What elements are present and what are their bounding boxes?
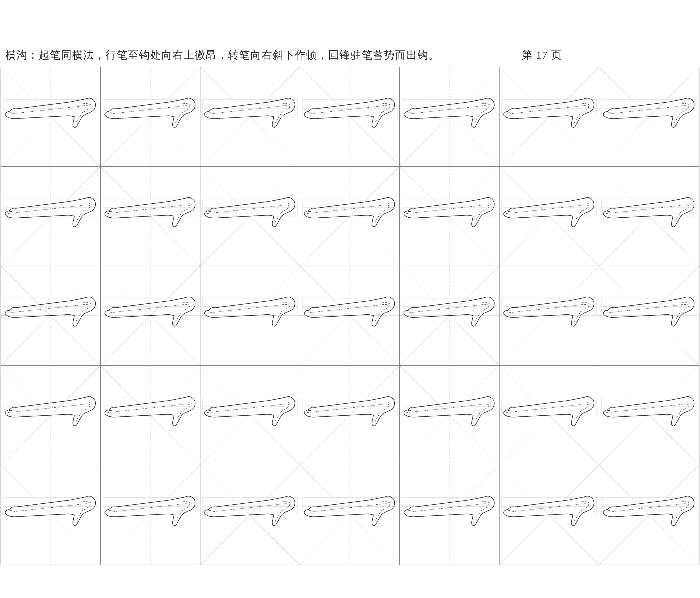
henggou-stroke-icon xyxy=(304,297,395,327)
practice-cell xyxy=(500,167,599,266)
practice-cell xyxy=(101,167,200,266)
henggou-stroke-icon xyxy=(105,396,195,426)
henggou-stroke-icon xyxy=(603,396,695,426)
cell-svg xyxy=(300,67,399,166)
practice-cell xyxy=(200,67,300,167)
practice-cell xyxy=(101,366,200,465)
henggou-stroke-icon xyxy=(503,496,594,526)
cell-svg xyxy=(599,366,699,465)
cell-svg xyxy=(1,67,100,166)
henggou-stroke-icon xyxy=(204,496,295,526)
henggou-stroke-icon xyxy=(603,297,695,327)
henggou-stroke-icon xyxy=(304,496,395,526)
practice-cell xyxy=(101,465,200,565)
henggou-stroke-icon xyxy=(404,496,494,526)
henggou-stroke-icon xyxy=(304,396,395,426)
practice-cell xyxy=(400,67,500,167)
cell-svg xyxy=(300,366,399,465)
practice-cell xyxy=(1,266,101,366)
cell-svg xyxy=(500,366,599,465)
cell-svg xyxy=(200,465,300,565)
practice-cell xyxy=(400,465,500,565)
henggou-stroke-icon xyxy=(503,297,594,327)
cell-svg xyxy=(1,465,100,565)
cell-svg xyxy=(101,67,200,166)
practice-cell xyxy=(101,67,200,167)
practice-cell xyxy=(300,167,400,266)
cell-svg xyxy=(500,167,599,266)
practice-cell xyxy=(1,465,101,565)
page-number: 第 17 页 xyxy=(522,48,562,62)
practice-cell xyxy=(1,366,101,465)
practice-cell xyxy=(599,465,699,565)
cell-svg xyxy=(599,167,699,266)
practice-page: 横沟：起笔同横法，行笔至钩处向右上微昂，转笔向右斜下作顿，回锋驻笔蓄势而出钩。 … xyxy=(0,0,700,598)
practice-cell xyxy=(400,266,500,366)
henggou-stroke-icon xyxy=(404,198,494,227)
practice-cell xyxy=(599,167,699,266)
henggou-stroke-icon xyxy=(105,198,195,227)
cell-svg xyxy=(101,465,200,565)
henggou-stroke-icon xyxy=(105,98,195,128)
henggou-stroke-icon xyxy=(404,297,494,327)
cell-svg xyxy=(200,366,300,465)
practice-cell xyxy=(200,465,300,565)
practice-cell xyxy=(200,167,300,266)
practice-cell xyxy=(599,266,699,366)
henggou-stroke-icon xyxy=(5,496,96,526)
cell-svg xyxy=(500,67,599,166)
cell-svg xyxy=(400,167,499,266)
cell-svg xyxy=(101,366,200,465)
cell-svg xyxy=(400,67,499,166)
practice-grid xyxy=(1,67,699,565)
practice-cell xyxy=(500,266,599,366)
henggou-stroke-icon xyxy=(204,297,295,327)
henggou-stroke-icon xyxy=(503,396,594,426)
henggou-stroke-icon xyxy=(105,297,195,327)
cell-svg xyxy=(599,67,699,166)
cell-svg xyxy=(101,266,200,365)
cell-svg xyxy=(400,465,499,565)
practice-cell xyxy=(101,266,200,366)
henggou-stroke-icon xyxy=(105,496,195,526)
cell-svg xyxy=(400,366,499,465)
practice-cell xyxy=(500,67,599,167)
cell-svg xyxy=(400,266,499,365)
cell-svg xyxy=(500,465,599,565)
henggou-stroke-icon xyxy=(603,98,695,128)
cell-svg xyxy=(599,465,699,565)
practice-cell xyxy=(200,266,300,366)
practice-cell xyxy=(300,465,400,565)
practice-cell xyxy=(500,366,599,465)
henggou-stroke-icon xyxy=(603,496,695,526)
cell-svg xyxy=(1,167,100,266)
cell-svg xyxy=(1,366,100,465)
practice-cell xyxy=(599,67,699,167)
practice-cell xyxy=(400,366,500,465)
henggou-stroke-icon xyxy=(204,198,295,227)
practice-cell xyxy=(1,167,101,266)
practice-cell xyxy=(300,67,400,167)
page-header: 横沟：起笔同横法，行笔至钩处向右上微昂，转笔向右斜下作顿，回锋驻笔蓄势而出钩。 … xyxy=(5,48,690,63)
henggou-stroke-icon xyxy=(304,198,395,227)
practice-cell xyxy=(1,67,101,167)
henggou-stroke-icon xyxy=(404,98,494,128)
cell-svg xyxy=(599,266,699,365)
cell-svg xyxy=(200,167,300,266)
henggou-stroke-icon xyxy=(5,98,96,128)
cell-svg xyxy=(1,266,100,365)
practice-cell xyxy=(500,465,599,565)
practice-cell xyxy=(599,366,699,465)
cell-svg xyxy=(300,167,399,266)
cell-svg xyxy=(300,266,399,365)
henggou-stroke-icon xyxy=(204,98,295,128)
henggou-stroke-icon xyxy=(204,396,295,426)
practice-cell xyxy=(300,366,400,465)
practice-cell xyxy=(400,167,500,266)
cell-svg xyxy=(200,266,300,365)
henggou-stroke-icon xyxy=(5,297,96,327)
cell-svg xyxy=(200,67,300,166)
cell-svg xyxy=(500,266,599,365)
stroke-instruction: 横沟：起笔同横法，行笔至钩处向右上微昂，转笔向右斜下作顿，回锋驻笔蓄势而出钩。 xyxy=(5,48,440,62)
henggou-stroke-icon xyxy=(304,98,395,128)
